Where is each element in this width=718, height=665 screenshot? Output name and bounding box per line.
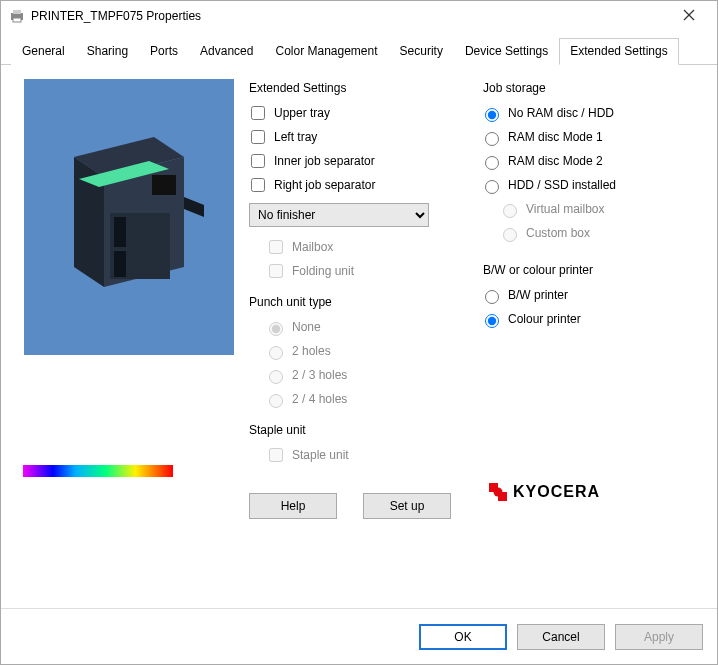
finisher-select[interactable]: No finisher [249,203,429,227]
color-capability-bar [23,465,173,477]
upper-tray-checkbox[interactable]: Upper tray [249,101,469,125]
right-column: Job storage No RAM disc / HDD RAM disc M… [483,79,683,598]
inner-job-separator-checkbox[interactable]: Inner job separator [249,149,469,173]
punch-unit-group: Punch unit type None 2 holes 2 / 3 holes… [249,293,469,411]
properties-window: PRINTER_TMPF075 Properties General Shari… [0,0,718,665]
bw-printer-label: B/W printer [508,288,568,302]
staple-unit-checkbox: Staple unit [249,443,469,467]
storage-noram-radio[interactable]: No RAM disc / HDD [483,101,683,125]
tab-extended-settings[interactable]: Extended Settings [559,38,678,65]
brand-text: KYOCERA [513,483,600,501]
left-column [23,79,235,598]
dialog-footer: OK Cancel Apply [1,608,717,664]
bw-printer-radio[interactable]: B/W printer [483,283,683,307]
svg-rect-2 [13,18,21,22]
bw-colour-group: B/W or colour printer B/W printer Colour… [483,261,683,331]
storage-vmail-radio: Virtual mailbox [483,197,683,221]
tab-advanced[interactable]: Advanced [189,38,264,65]
titlebar: PRINTER_TMPF075 Properties [1,1,717,31]
punch-23-label: 2 / 3 holes [292,368,347,382]
printer-preview [24,79,234,355]
tab-content: Extended Settings Upper tray Left tray I… [1,65,717,608]
right-job-separator-label: Right job separator [274,178,375,192]
apply-button: Apply [615,624,703,650]
left-tray-checkbox[interactable]: Left tray [249,125,469,149]
close-icon[interactable] [669,1,709,31]
job-storage-group: Job storage No RAM disc / HDD RAM disc M… [483,79,683,245]
kyocera-mark-icon [489,483,507,501]
storage-ram1-radio[interactable]: RAM disc Mode 1 [483,125,683,149]
right-job-separator-checkbox[interactable]: Right job separator [249,173,469,197]
punch-23-radio: 2 / 3 holes [249,363,469,387]
punch-24-radio: 2 / 4 holes [249,387,469,411]
mid-button-row: Help Set up [249,493,469,519]
middle-column: Extended Settings Upper tray Left tray I… [249,79,469,598]
mailbox-checkbox: Mailbox [249,235,469,259]
left-tray-label: Left tray [274,130,317,144]
punch-unit-label: Punch unit type [249,295,469,309]
storage-ram1-label: RAM disc Mode 1 [508,130,603,144]
tab-color-management[interactable]: Color Management [264,38,388,65]
svg-marker-10 [184,197,204,217]
tab-device-settings[interactable]: Device Settings [454,38,559,65]
printer-icon [9,8,25,24]
extended-settings-group: Extended Settings Upper tray Left tray I… [249,79,469,283]
colour-printer-label: Colour printer [508,312,581,326]
tab-general[interactable]: General [11,38,76,65]
folding-unit-label: Folding unit [292,264,354,278]
upper-tray-label: Upper tray [274,106,330,120]
tab-ports[interactable]: Ports [139,38,189,65]
storage-noram-label: No RAM disc / HDD [508,106,614,120]
storage-hdd-radio[interactable]: HDD / SSD installed [483,173,683,197]
storage-vmail-label: Virtual mailbox [526,202,604,216]
storage-cbox-radio: Custom box [483,221,683,245]
storage-ram2-label: RAM disc Mode 2 [508,154,603,168]
inner-job-separator-label: Inner job separator [274,154,375,168]
brand-logo: KYOCERA [489,483,683,501]
svg-rect-12 [114,217,126,247]
svg-rect-9 [152,175,176,195]
extended-settings-label: Extended Settings [249,81,469,95]
storage-cbox-label: Custom box [526,226,590,240]
colour-printer-radio[interactable]: Colour printer [483,307,683,331]
staple-unit-group-label: Staple unit [249,423,469,437]
folding-unit-checkbox: Folding unit [249,259,469,283]
window-title: PRINTER_TMPF075 Properties [31,9,669,23]
tab-row: General Sharing Ports Advanced Color Man… [1,31,717,65]
svg-rect-13 [114,251,126,277]
cancel-button[interactable]: Cancel [517,624,605,650]
help-button[interactable]: Help [249,493,337,519]
punch-2-radio: 2 holes [249,339,469,363]
bw-colour-label: B/W or colour printer [483,263,683,277]
mailbox-label: Mailbox [292,240,333,254]
ok-button[interactable]: OK [419,624,507,650]
storage-hdd-label: HDD / SSD installed [508,178,616,192]
storage-ram2-radio[interactable]: RAM disc Mode 2 [483,149,683,173]
tab-security[interactable]: Security [389,38,454,65]
punch-none-radio: None [249,315,469,339]
job-storage-label: Job storage [483,81,683,95]
svg-point-16 [494,488,503,497]
staple-unit-label: Staple unit [292,448,349,462]
svg-rect-1 [13,10,21,14]
staple-unit-group: Staple unit Staple unit [249,421,469,467]
punch-2-label: 2 holes [292,344,331,358]
punch-24-label: 2 / 4 holes [292,392,347,406]
punch-none-label: None [292,320,321,334]
tab-sharing[interactable]: Sharing [76,38,139,65]
setup-button[interactable]: Set up [363,493,451,519]
